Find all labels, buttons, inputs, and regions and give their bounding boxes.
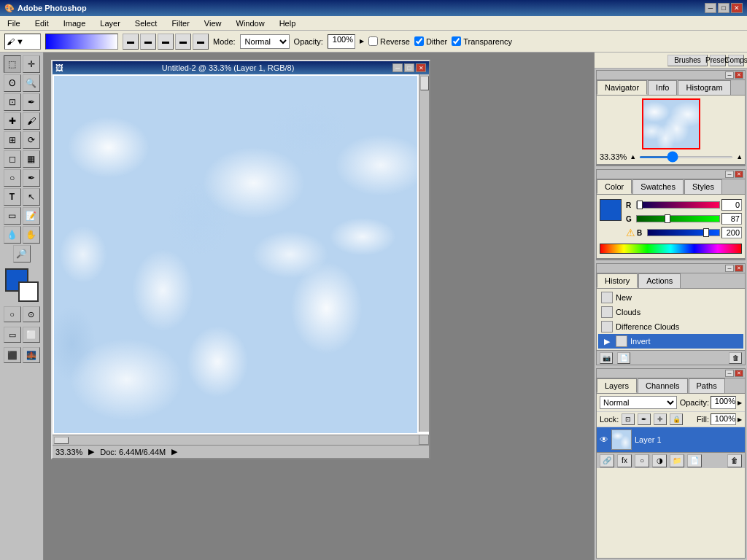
lock-position-btn[interactable]: ✛ [654, 413, 667, 425]
tab-info[interactable]: Info [648, 80, 677, 95]
current-color-swatch[interactable] [600, 199, 622, 221]
tool-text[interactable]: T [4, 188, 21, 206]
fill-value[interactable]: 100% [711, 413, 736, 425]
gradient-preview[interactable] [45, 34, 118, 50]
tab-swatches[interactable]: Swatches [632, 179, 684, 194]
g-slider-thumb[interactable] [665, 214, 670, 223]
menu-file[interactable]: File [3, 18, 25, 29]
g-slider-track[interactable] [636, 215, 720, 222]
mode-select[interactable]: Normal Dissolve Multiply [240, 34, 290, 49]
scroll-thumb-v[interactable] [420, 76, 429, 90]
menu-help[interactable]: Help [275, 18, 301, 29]
history-item-clouds[interactable]: Clouds [598, 305, 743, 319]
brush-style-2[interactable]: ▬ [140, 34, 156, 50]
comps-button[interactable]: Comps [728, 55, 744, 66]
navigator-preview[interactable] [642, 98, 700, 149]
history-snapshot-btn[interactable]: 📷 [600, 352, 613, 364]
layer-1-row[interactable]: 👁 Layer 1 [597, 427, 745, 452]
b-value[interactable]: 200 [721, 227, 742, 238]
color-minimize-btn[interactable]: ─ [725, 171, 734, 178]
dither-checkbox[interactable] [414, 36, 424, 46]
standard-mode-button[interactable]: ○ [4, 306, 21, 322]
layers-minimize-btn[interactable]: ─ [725, 370, 734, 377]
tool-shape[interactable]: ▭ [4, 207, 21, 225]
lock-pixels-btn[interactable]: ✒ [638, 413, 651, 425]
tool-history-brush[interactable]: ⟳ [23, 131, 40, 149]
history-item-invert[interactable]: ▶ Invert [598, 334, 743, 349]
canvas-view[interactable] [54, 76, 417, 433]
tool-quick-select[interactable]: 🔍 [23, 74, 40, 92]
tool-clone[interactable]: ⊞ [4, 131, 21, 149]
layers-close-btn[interactable]: ✕ [735, 370, 743, 377]
menu-edit[interactable]: Edit [31, 18, 53, 29]
history-delete-btn[interactable]: 🗑 [729, 352, 742, 364]
layer-group-btn[interactable]: 📁 [670, 454, 684, 467]
color-spectrum-bar[interactable] [600, 244, 742, 254]
lock-all-btn[interactable]: 🔒 [670, 413, 683, 425]
layer-opacity-value[interactable]: 100% [711, 396, 736, 409]
layer-link-btn[interactable]: 🔗 [600, 454, 614, 467]
r-value[interactable]: 0 [721, 199, 742, 211]
tab-histogram[interactable]: Histogram [678, 80, 730, 95]
tool-move[interactable]: ✛ [23, 55, 40, 73]
background-color[interactable] [18, 281, 39, 302]
history-item-diff-clouds[interactable]: Difference Clouds [598, 319, 743, 334]
tool-path-select[interactable]: ↖ [23, 188, 40, 206]
doc-maximize[interactable]: □ [404, 63, 414, 72]
tab-paths[interactable]: Paths [689, 378, 725, 393]
nav-zoom-slider[interactable] [639, 156, 733, 158]
tool-marquee[interactable]: ⬚ [4, 55, 21, 73]
opacity-value[interactable]: 100% [328, 34, 355, 49]
tool-zoom[interactable]: 🔎 [13, 245, 31, 262]
tool-hand[interactable]: ✋ [23, 226, 40, 244]
history-item-new[interactable]: New [598, 290, 743, 305]
tool-eyedropper[interactable]: ✒ [23, 93, 40, 111]
document-title-bar[interactable]: 🖼 Untitled-2 @ 33.3% (Layer 1, RGB/8) ─ … [53, 61, 429, 74]
scroll-thumb-h[interactable] [54, 437, 69, 444]
layer-mode-select[interactable]: Normal Multiply [600, 396, 677, 409]
layer-new-btn[interactable]: 📄 [687, 454, 702, 467]
brushes-button[interactable]: Brushes [667, 55, 708, 66]
menu-select[interactable]: Select [131, 18, 162, 29]
maximize-button[interactable]: □ [718, 3, 729, 13]
preset-arrow[interactable]: ▼ [16, 37, 24, 46]
menu-window[interactable]: Window [232, 18, 269, 29]
presets-button[interactable]: Presets [710, 55, 726, 66]
menu-filter[interactable]: Filter [167, 18, 193, 29]
nav-zoom-in-icon[interactable]: ▲ [736, 153, 743, 160]
reverse-checkbox[interactable] [368, 36, 378, 46]
color-close-btn[interactable]: ✕ [735, 171, 743, 178]
brush-style-3[interactable]: ▬ [158, 34, 174, 50]
tool-dropper2[interactable]: 💧 [4, 226, 21, 244]
tool-crop[interactable]: ⊡ [4, 93, 21, 111]
tool-gradient[interactable]: ▦ [23, 150, 40, 168]
screen-mode-3[interactable]: ⬛ [4, 347, 21, 363]
tab-color[interactable]: Color [597, 179, 632, 194]
tool-lasso[interactable]: ʘ [4, 74, 21, 92]
g-value[interactable]: 87 [721, 213, 742, 225]
history-minimize-btn[interactable]: ─ [725, 265, 734, 272]
screen-mode-2[interactable]: ⬜ [23, 327, 40, 343]
layer-mask-btn[interactable]: ○ [635, 454, 649, 467]
brush-style-1[interactable]: ▬ [123, 34, 139, 50]
nav-zoom-out-icon[interactable]: ▲ [630, 153, 636, 160]
lock-transparent-btn[interactable]: ⊡ [622, 413, 635, 425]
layer-visibility-icon[interactable]: 👁 [600, 435, 608, 445]
tab-actions[interactable]: Actions [638, 273, 681, 288]
r-slider-thumb[interactable] [637, 201, 643, 209]
tool-dodge[interactable]: ○ [4, 169, 21, 187]
menu-layer[interactable]: Layer [96, 18, 125, 29]
menu-image[interactable]: Image [59, 18, 90, 29]
screen-mode-1[interactable]: ▭ [4, 327, 21, 343]
tool-eraser[interactable]: ◻ [4, 150, 21, 168]
layer-1-name[interactable]: Layer 1 [635, 435, 742, 444]
tool-preset-picker[interactable]: 🖌 ▼ [4, 34, 41, 50]
history-close-btn[interactable]: ✕ [735, 265, 743, 272]
close-button[interactable]: ✕ [731, 3, 743, 13]
doc-minimize[interactable]: ─ [392, 63, 403, 72]
progress-arrow[interactable]: ▶ [171, 447, 177, 456]
doc-close[interactable]: ✕ [416, 63, 426, 72]
horizontal-scrollbar[interactable] [53, 435, 419, 445]
layer-delete-btn[interactable]: 🗑 [727, 454, 742, 467]
zoom-arrow[interactable]: ▶ [88, 447, 94, 456]
